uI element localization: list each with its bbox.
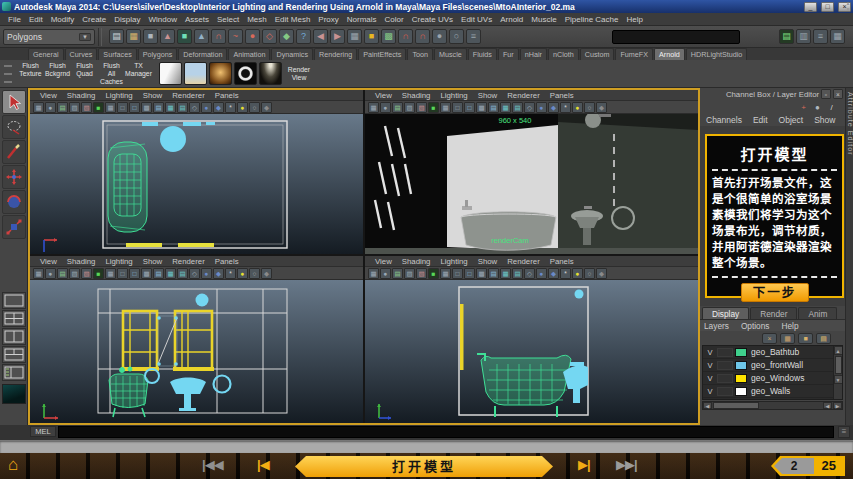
- shaded-icon[interactable]: ●: [201, 268, 212, 279]
- viewport-menu-item[interactable]: Shading: [62, 91, 101, 100]
- shelf-tab[interactable]: PaintEffects: [358, 48, 406, 60]
- viewport-menu-item[interactable]: Shading: [62, 257, 101, 266]
- quick-selection-input[interactable]: [612, 30, 740, 44]
- new-scene-icon[interactable]: ▤: [109, 29, 124, 44]
- viewport-menu-item[interactable]: Lighting: [100, 257, 137, 266]
- light-ring-shelf-icon[interactable]: [234, 62, 257, 85]
- lights-icon[interactable]: *: [225, 268, 236, 279]
- viewport-menu-item[interactable]: Show: [138, 257, 168, 266]
- camera-attributes-icon[interactable]: ▤: [392, 268, 403, 279]
- shadows-icon[interactable]: ●: [572, 102, 583, 113]
- layer-name[interactable]: geo_Bathtub: [751, 347, 799, 357]
- field-chart-icon[interactable]: ▤: [153, 268, 164, 279]
- command-input[interactable]: [58, 426, 834, 438]
- spot-light-shelf-icon[interactable]: [259, 62, 282, 85]
- image-plane-icon[interactable]: ▧: [416, 268, 427, 279]
- float-panel-icon[interactable]: ▫: [821, 89, 831, 99]
- side-view-canvas[interactable]: [365, 280, 698, 423]
- three-pane-layout-icon[interactable]: [2, 346, 26, 363]
- new-empty-layer-icon[interactable]: ■: [798, 333, 813, 344]
- area-light-shelf-icon[interactable]: [159, 62, 182, 85]
- shelf-tab[interactable]: nCloth: [548, 48, 579, 60]
- scroll-down-icon[interactable]: ▼: [834, 375, 843, 384]
- layer-visibility-toggle[interactable]: V: [703, 348, 717, 357]
- viewport-menu-item[interactable]: View: [35, 91, 62, 100]
- shelf-tab[interactable]: HDRLightStudio: [686, 48, 748, 60]
- shaded-icon[interactable]: ●: [201, 102, 212, 113]
- viewport-menu-item[interactable]: View: [35, 257, 62, 266]
- viewport-menu-item[interactable]: Shading: [397, 91, 436, 100]
- select-camera-icon[interactable]: ▦: [33, 102, 44, 113]
- menu-item[interactable]: Mesh: [243, 15, 271, 24]
- select-hierarchy-icon[interactable]: ▲: [160, 29, 175, 44]
- layer-editor-menu-item[interactable]: Help: [782, 321, 799, 331]
- gate-mask-icon[interactable]: ▩: [141, 268, 152, 279]
- delete-layer-icon[interactable]: ×: [762, 333, 777, 344]
- menu-item[interactable]: Pipeline Cache: [561, 15, 623, 24]
- menu-item[interactable]: Edit UVs: [457, 15, 496, 24]
- lights-icon[interactable]: *: [560, 268, 571, 279]
- grid-icon[interactable]: ▦: [440, 268, 451, 279]
- viewport-menu-item[interactable]: View: [370, 257, 397, 266]
- open-scene-icon[interactable]: ▦: [126, 29, 141, 44]
- select-camera-icon[interactable]: ▦: [368, 268, 379, 279]
- shelf-tab[interactable]: Toon: [407, 48, 433, 60]
- field-chart-icon[interactable]: ▤: [153, 102, 164, 113]
- layer-name[interactable]: geo_Walls: [751, 386, 790, 396]
- image-plane-icon[interactable]: ▧: [81, 102, 92, 113]
- attribute-editor-tab[interactable]: Attribute Editor: [845, 88, 853, 425]
- menu-item[interactable]: Modify: [47, 15, 79, 24]
- image-plane-icon[interactable]: ▧: [416, 102, 427, 113]
- isolate-select-icon[interactable]: ◆: [596, 268, 607, 279]
- wireframe-icon[interactable]: ◇: [189, 268, 200, 279]
- menu-item[interactable]: File: [4, 15, 25, 24]
- pane-outliner-layout-icon[interactable]: [2, 364, 26, 381]
- grid-icon[interactable]: ▦: [105, 268, 116, 279]
- layer-color-swatch[interactable]: [735, 348, 747, 357]
- shadows-icon[interactable]: ●: [572, 268, 583, 279]
- channel-manipulator-icon[interactable]: +: [798, 102, 809, 113]
- hscrollbar-thumb[interactable]: [713, 402, 759, 409]
- lasso-tool-icon[interactable]: [2, 115, 26, 139]
- image-plane-icon[interactable]: ▧: [81, 268, 92, 279]
- wireframe-icon[interactable]: ◇: [524, 268, 535, 279]
- resolution-gate-icon[interactable]: □: [129, 268, 140, 279]
- layer-editor-tab[interactable]: Render: [750, 307, 797, 319]
- gate-mask-icon[interactable]: ▩: [476, 102, 487, 113]
- safe-action-icon[interactable]: ▦: [165, 102, 176, 113]
- command-menu-icon[interactable]: ≡: [838, 426, 850, 438]
- rotate-tool-icon[interactable]: [2, 190, 26, 214]
- grid-icon[interactable]: ▦: [105, 102, 116, 113]
- flush-background-button[interactable]: Flush Bckgrnd: [44, 60, 71, 88]
- layer-visibility-toggle[interactable]: V: [703, 387, 717, 396]
- viewport-menu-item[interactable]: Panels: [210, 257, 244, 266]
- safe-title-icon[interactable]: ▤: [512, 268, 523, 279]
- modeling-toolkit-toggle-icon[interactable]: ▦: [830, 29, 845, 44]
- menu-item[interactable]: Normals: [343, 15, 381, 24]
- shelf-tab[interactable]: Surfaces: [98, 48, 136, 60]
- snap-to-curve-icon[interactable]: ~: [228, 29, 243, 44]
- flush-all-caches-button[interactable]: Flush All Caches: [98, 60, 125, 88]
- snap-magnet-icon[interactable]: ∩: [398, 29, 413, 44]
- menu-item[interactable]: Edit: [25, 15, 47, 24]
- menu-item[interactable]: Muscle: [527, 15, 560, 24]
- layer-editor-tab[interactable]: Display: [702, 307, 749, 319]
- shelf-tab[interactable]: Polygons: [138, 48, 178, 60]
- shelf-tab[interactable]: FumeFX: [615, 48, 653, 60]
- layer-list-scrollbar[interactable]: ▲ ▼: [833, 346, 842, 399]
- select-object-icon[interactable]: ■: [177, 29, 192, 44]
- shelf-tab[interactable]: Animation: [228, 48, 270, 60]
- film-gate-icon[interactable]: □: [117, 268, 128, 279]
- safe-action-icon[interactable]: ▦: [165, 268, 176, 279]
- front-view-canvas[interactable]: [30, 280, 363, 423]
- resolution-gate-icon[interactable]: □: [464, 102, 475, 113]
- textured-icon[interactable]: ◆: [548, 102, 559, 113]
- viewport-menu-item[interactable]: Renderer: [167, 257, 210, 266]
- grease-pencil-icon[interactable]: ■: [93, 268, 104, 279]
- mel-label[interactable]: MEL: [30, 426, 56, 437]
- textured-icon[interactable]: ◆: [548, 268, 559, 279]
- layer-name[interactable]: geo_frontWall: [751, 360, 803, 370]
- flush-quad-button[interactable]: Flush Quad: [71, 60, 98, 88]
- lock-camera-icon[interactable]: ●: [45, 268, 56, 279]
- wireframe-icon[interactable]: ◇: [524, 102, 535, 113]
